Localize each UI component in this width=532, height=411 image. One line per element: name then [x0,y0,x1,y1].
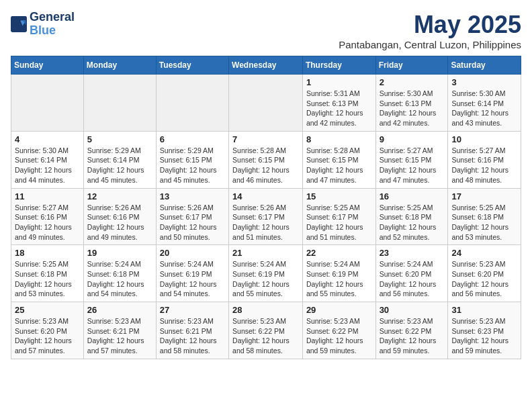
day-cell: 5Sunrise: 5:29 AMSunset: 6:14 PMDaylight… [83,131,156,188]
day-number: 2 [380,77,445,87]
day-number: 10 [451,134,517,144]
week-row-4: 18Sunrise: 5:25 AMSunset: 6:18 PMDayligh… [11,245,521,302]
logo: General Blue [11,11,75,38]
day-number: 27 [160,305,225,315]
day-number: 7 [232,134,299,144]
day-cell: 19Sunrise: 5:24 AMSunset: 6:18 PMDayligh… [83,245,156,302]
day-info: Sunrise: 5:25 AMSunset: 6:17 PMDaylight:… [306,203,372,242]
day-number: 9 [380,134,445,144]
day-cell [229,75,303,132]
day-cell [83,75,156,132]
day-cell: 7Sunrise: 5:28 AMSunset: 6:15 PMDaylight… [229,131,303,188]
day-cell: 15Sunrise: 5:25 AMSunset: 6:17 PMDayligh… [302,188,375,245]
day-info: Sunrise: 5:23 AMSunset: 6:22 PMDaylight:… [232,316,299,356]
day-info: Sunrise: 5:24 AMSunset: 6:18 PMDaylight:… [87,259,152,299]
day-info: Sunrise: 5:28 AMSunset: 6:15 PMDaylight:… [306,146,372,185]
day-info: Sunrise: 5:25 AMSunset: 6:18 PMDaylight:… [380,203,445,242]
day-number: 30 [380,305,445,315]
day-info: Sunrise: 5:29 AMSunset: 6:15 PMDaylight:… [160,146,225,185]
day-number: 23 [380,248,445,258]
day-number: 25 [15,305,80,315]
day-info: Sunrise: 5:23 AMSunset: 6:23 PMDaylight:… [451,316,517,356]
day-cell: 22Sunrise: 5:24 AMSunset: 6:19 PMDayligh… [302,245,375,302]
logo-line1: General [30,11,75,24]
weekday-header-wednesday: Wednesday [229,56,303,75]
svg-rect-0 [11,16,27,32]
day-number: 20 [160,248,225,258]
day-cell: 13Sunrise: 5:26 AMSunset: 6:17 PMDayligh… [156,188,228,245]
day-number: 11 [15,191,80,201]
day-number: 13 [160,191,225,201]
day-number: 26 [87,305,152,315]
day-cell: 18Sunrise: 5:25 AMSunset: 6:18 PMDayligh… [11,245,84,302]
day-cell: 10Sunrise: 5:27 AMSunset: 6:16 PMDayligh… [448,131,521,188]
day-cell: 16Sunrise: 5:25 AMSunset: 6:18 PMDayligh… [375,188,448,245]
day-info: Sunrise: 5:23 AMSunset: 6:22 PMDaylight:… [306,316,372,356]
day-info: Sunrise: 5:25 AMSunset: 6:18 PMDaylight:… [15,259,80,299]
day-info: Sunrise: 5:27 AMSunset: 6:16 PMDaylight:… [15,203,80,242]
day-cell: 1Sunrise: 5:31 AMSunset: 6:13 PMDaylight… [302,75,375,132]
day-info: Sunrise: 5:27 AMSunset: 6:15 PMDaylight:… [380,146,445,185]
day-number: 19 [87,248,152,258]
day-info: Sunrise: 5:27 AMSunset: 6:16 PMDaylight:… [451,146,517,185]
day-number: 17 [451,191,517,201]
day-cell: 23Sunrise: 5:24 AMSunset: 6:20 PMDayligh… [375,245,448,302]
day-info: Sunrise: 5:24 AMSunset: 6:19 PMDaylight:… [160,259,225,299]
day-number: 29 [306,305,372,315]
day-cell: 17Sunrise: 5:25 AMSunset: 6:18 PMDayligh… [448,188,521,245]
day-info: Sunrise: 5:23 AMSunset: 6:20 PMDaylight:… [451,259,517,299]
day-info: Sunrise: 5:23 AMSunset: 6:20 PMDaylight:… [15,316,80,356]
day-number: 5 [87,134,152,144]
day-number: 21 [232,248,299,258]
day-cell: 2Sunrise: 5:30 AMSunset: 6:13 PMDaylight… [375,75,448,132]
logo-text: General Blue [30,11,75,38]
day-cell: 25Sunrise: 5:23 AMSunset: 6:20 PMDayligh… [11,302,84,359]
day-number: 28 [232,305,299,315]
day-number: 3 [451,77,517,87]
day-info: Sunrise: 5:29 AMSunset: 6:14 PMDaylight:… [87,146,152,185]
week-row-5: 25Sunrise: 5:23 AMSunset: 6:20 PMDayligh… [11,302,521,359]
day-info: Sunrise: 5:23 AMSunset: 6:21 PMDaylight:… [160,316,225,356]
header: General Blue May 2025 Pantabangan, Centr… [11,11,521,50]
logo-icon [11,16,27,32]
day-number: 15 [306,191,372,201]
logo-line2: Blue [30,24,75,38]
day-number: 1 [306,77,372,87]
day-cell: 11Sunrise: 5:27 AMSunset: 6:16 PMDayligh… [11,188,84,245]
day-info: Sunrise: 5:25 AMSunset: 6:18 PMDaylight:… [451,203,517,242]
weekday-header-friday: Friday [375,56,448,75]
day-info: Sunrise: 5:26 AMSunset: 6:17 PMDaylight:… [232,203,299,242]
day-info: Sunrise: 5:26 AMSunset: 6:16 PMDaylight:… [87,203,152,242]
calendar-table: SundayMondayTuesdayWednesdayThursdayFrid… [11,56,521,359]
day-info: Sunrise: 5:30 AMSunset: 6:14 PMDaylight:… [15,146,80,185]
day-info: Sunrise: 5:30 AMSunset: 6:14 PMDaylight:… [451,89,517,128]
weekday-header-saturday: Saturday [448,56,521,75]
day-cell: 27Sunrise: 5:23 AMSunset: 6:21 PMDayligh… [156,302,228,359]
day-info: Sunrise: 5:23 AMSunset: 6:22 PMDaylight:… [380,316,445,356]
day-cell: 4Sunrise: 5:30 AMSunset: 6:14 PMDaylight… [11,131,84,188]
day-number: 14 [232,191,299,201]
weekday-header-thursday: Thursday [302,56,375,75]
day-number: 16 [380,191,445,201]
day-cell: 20Sunrise: 5:24 AMSunset: 6:19 PMDayligh… [156,245,228,302]
day-cell: 6Sunrise: 5:29 AMSunset: 6:15 PMDaylight… [156,131,228,188]
day-number: 12 [87,191,152,201]
day-info: Sunrise: 5:24 AMSunset: 6:19 PMDaylight:… [306,259,372,299]
day-info: Sunrise: 5:23 AMSunset: 6:21 PMDaylight:… [87,316,152,356]
day-number: 18 [15,248,80,258]
day-number: 4 [15,134,80,144]
day-info: Sunrise: 5:26 AMSunset: 6:17 PMDaylight:… [160,203,225,242]
day-number: 31 [451,305,517,315]
day-cell: 29Sunrise: 5:23 AMSunset: 6:22 PMDayligh… [302,302,375,359]
weekday-header-row: SundayMondayTuesdayWednesdayThursdayFrid… [11,56,521,75]
day-number: 24 [451,248,517,258]
day-info: Sunrise: 5:30 AMSunset: 6:13 PMDaylight:… [380,89,445,128]
day-number: 22 [306,248,372,258]
day-cell: 8Sunrise: 5:28 AMSunset: 6:15 PMDaylight… [302,131,375,188]
week-row-2: 4Sunrise: 5:30 AMSunset: 6:14 PMDaylight… [11,131,521,188]
day-info: Sunrise: 5:24 AMSunset: 6:20 PMDaylight:… [380,259,445,299]
title-area: May 2025 Pantabangan, Central Luzon, Phi… [339,11,521,50]
month-title: May 2025 [339,11,521,39]
day-cell [156,75,228,132]
weekday-header-tuesday: Tuesday [156,56,228,75]
